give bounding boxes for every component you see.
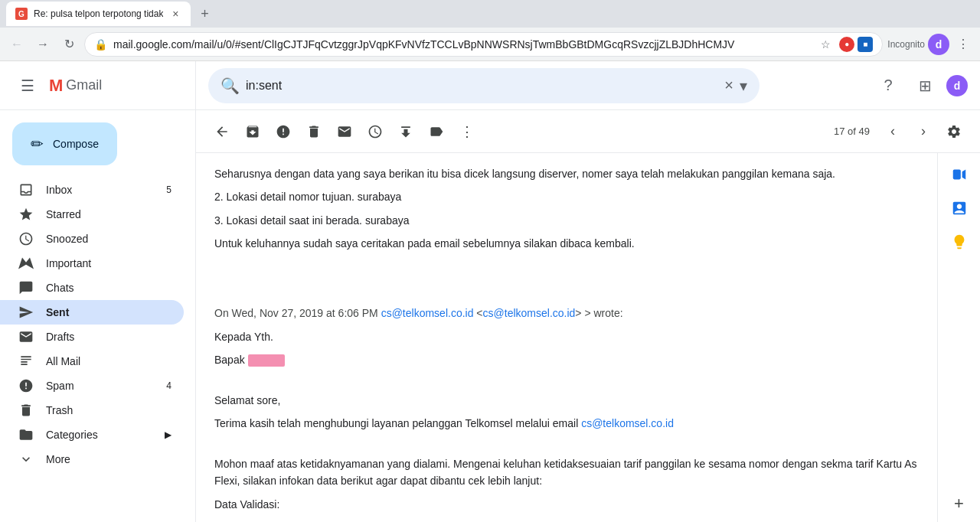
quoted-cs-email[interactable]: cs@telkomsel.co.id bbox=[581, 417, 674, 429]
tab-favicon: G bbox=[15, 8, 28, 20]
sidebar-item-inbox[interactable]: Inbox 5 bbox=[0, 178, 184, 202]
categories-icon bbox=[18, 427, 34, 442]
spam-label: Spam bbox=[46, 380, 154, 392]
sidebar-item-trash[interactable]: Trash bbox=[0, 398, 184, 422]
tab-title: Re: pulsa telpon terpotong tidak bbox=[34, 8, 163, 19]
inbox-label: Inbox bbox=[46, 184, 154, 196]
chats-label: Chats bbox=[46, 282, 172, 294]
url-text: mail.google.com/mail/u/0/#sent/ClIgCJTJF… bbox=[113, 38, 808, 51]
address-bar[interactable]: 🔒 mail.google.com/mail/u/0/#sent/ClIgCJT… bbox=[84, 32, 883, 57]
sidebar-item-categories[interactable]: Categories ▶ bbox=[0, 422, 184, 447]
meet-button[interactable] bbox=[944, 159, 975, 190]
pagination-info: 17 of 49 bbox=[834, 126, 870, 137]
keep-button[interactable] bbox=[944, 227, 975, 257]
report-spam-button[interactable] bbox=[270, 118, 297, 145]
quoted-header: On Wed, Nov 27, 2019 at 6:06 PM cs@telko… bbox=[214, 305, 919, 321]
back-to-list-button[interactable] bbox=[208, 118, 236, 145]
body-line-3: 3. Lokasi detail saat ini berada. suraba… bbox=[214, 212, 919, 229]
compose-icon: ✏ bbox=[31, 135, 44, 153]
sidebar-item-sent[interactable]: Sent bbox=[0, 300, 184, 325]
inbox-icon bbox=[18, 182, 34, 197]
label-button[interactable] bbox=[423, 118, 450, 145]
sidebar: ✏ Compose Inbox 5 Starred bbox=[0, 110, 196, 478]
sidebar-item-all-mail[interactable]: All Mail bbox=[0, 349, 184, 374]
quoted-data-validasi: Data Validasi: bbox=[214, 496, 919, 513]
sidebar-item-snoozed[interactable]: Snoozed bbox=[0, 227, 184, 251]
bookmark-button[interactable]: ☆ bbox=[815, 34, 836, 55]
important-label: Important bbox=[46, 257, 172, 269]
all-mail-icon bbox=[18, 354, 34, 369]
snooze-button[interactable] bbox=[361, 118, 389, 145]
apps-button[interactable]: ⊞ bbox=[910, 70, 940, 101]
spam-icon bbox=[18, 378, 34, 393]
forward-button[interactable]: → bbox=[32, 34, 54, 55]
search-clear-button[interactable]: × bbox=[724, 77, 733, 94]
sidebar-item-drafts[interactable]: Drafts bbox=[0, 325, 184, 349]
starred-label: Starred bbox=[46, 208, 172, 220]
quoted-email-link-2[interactable]: cs@telkomsel.co.id bbox=[483, 307, 576, 319]
incognito-label: Incognito bbox=[887, 39, 925, 50]
quoted-email-link-1[interactable]: cs@telkomsel.co.id bbox=[381, 307, 474, 319]
archive-button[interactable] bbox=[239, 118, 266, 145]
categories-expand-icon: ▶ bbox=[165, 429, 172, 440]
prev-email-button[interactable]: ‹ bbox=[879, 118, 906, 145]
search-input[interactable] bbox=[246, 79, 718, 93]
sidebar-item-starred[interactable]: Starred bbox=[0, 202, 184, 227]
tab-close-button[interactable]: × bbox=[169, 8, 181, 20]
search-bar[interactable]: 🔍 × ▾ bbox=[208, 68, 760, 103]
active-tab[interactable]: G Re: pulsa telpon terpotong tidak × bbox=[6, 2, 191, 26]
more-label: More bbox=[46, 453, 172, 465]
extension-button-2[interactable]: ■ bbox=[858, 37, 873, 52]
quoted-thanks: Terima kasih telah menghubungi layanan p… bbox=[214, 415, 919, 432]
svg-rect-0 bbox=[952, 170, 960, 180]
browser-menu-button[interactable]: ⋮ bbox=[952, 34, 974, 55]
body-line-2: 2. Lokasi detail nomor tujuan. surabaya bbox=[214, 188, 919, 205]
gmail-logo: M Gmail bbox=[49, 76, 102, 96]
profile-icon[interactable]: d bbox=[928, 34, 949, 55]
hamburger-menu-button[interactable]: ☰ bbox=[12, 70, 43, 101]
sent-icon bbox=[18, 305, 34, 320]
right-sidebar: + bbox=[937, 153, 980, 522]
chats-icon bbox=[18, 280, 34, 295]
tasks-button[interactable] bbox=[944, 193, 975, 223]
profile-avatar[interactable]: d bbox=[946, 75, 968, 96]
compose-button[interactable]: ✏ Compose bbox=[12, 122, 117, 165]
settings-button[interactable] bbox=[940, 118, 968, 145]
quoted-bapak: Bapak bbox=[214, 351, 919, 368]
new-tab-button[interactable]: + bbox=[194, 3, 215, 24]
sidebar-item-chats[interactable]: Chats bbox=[0, 276, 184, 300]
next-email-button[interactable]: › bbox=[910, 118, 937, 145]
email-body: Seharusnya dengan data yang saya berikan… bbox=[196, 153, 937, 522]
important-icon bbox=[18, 256, 34, 271]
email-toolbar: ⋮ 17 of 49 ‹ › bbox=[196, 110, 980, 153]
extension-button-1[interactable]: ● bbox=[839, 37, 854, 52]
help-button[interactable]: ? bbox=[873, 70, 903, 101]
refresh-button[interactable]: ↻ bbox=[58, 34, 80, 55]
more-actions-button[interactable]: ⋮ bbox=[453, 118, 481, 145]
add-app-button[interactable]: + bbox=[947, 491, 972, 516]
drafts-label: Drafts bbox=[46, 331, 172, 343]
sidebar-item-more[interactable]: More bbox=[0, 447, 184, 471]
save-button[interactable] bbox=[392, 118, 420, 145]
search-icon[interactable]: 🔍 bbox=[220, 77, 240, 95]
redacted-name bbox=[248, 354, 285, 367]
all-mail-label: All Mail bbox=[46, 355, 172, 367]
sidebar-item-important[interactable]: Important bbox=[0, 251, 184, 276]
categories-label: Categories bbox=[46, 429, 152, 441]
snoozed-icon bbox=[18, 231, 34, 246]
gmail-logo-text: Gmail bbox=[66, 77, 102, 93]
back-button[interactable]: ← bbox=[6, 34, 28, 55]
delete-button[interactable] bbox=[300, 118, 328, 145]
snoozed-label: Snoozed bbox=[46, 233, 172, 245]
trash-icon bbox=[18, 403, 34, 418]
starred-icon bbox=[18, 207, 34, 222]
body-line-1: Seharusnya dengan data yang saya berikan… bbox=[214, 165, 919, 182]
lock-icon: 🔒 bbox=[94, 38, 107, 51]
mark-unread-button[interactable] bbox=[331, 118, 358, 145]
inbox-badge: 5 bbox=[166, 184, 172, 195]
compose-label: Compose bbox=[53, 138, 99, 150]
sidebar-item-spam[interactable]: Spam 4 bbox=[0, 374, 184, 398]
trash-label: Trash bbox=[46, 404, 172, 416]
quoted-sorry: Mohon maaf atas ketidaknyamanan yang dia… bbox=[214, 455, 919, 490]
search-dropdown-button[interactable]: ▾ bbox=[740, 77, 747, 95]
